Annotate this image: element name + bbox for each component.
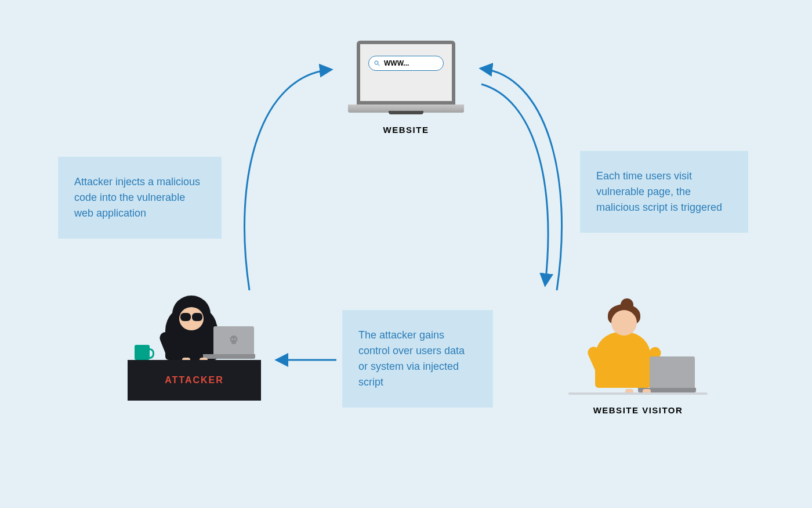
skull-icon <box>227 334 240 347</box>
attacker-illustration: ATTACKER <box>128 293 261 401</box>
arrow-website-to-visitor <box>481 84 548 284</box>
svg-point-0 <box>375 61 378 64</box>
svg-point-5 <box>234 338 236 340</box>
info-text-step2: Each time users visit vulnerable page, t… <box>596 170 722 213</box>
attacker-node: ATTACKER <box>128 293 261 401</box>
search-icon <box>374 60 380 67</box>
visitor-node: WEBSITE VISITOR <box>568 296 708 415</box>
url-bar: WWW... <box>368 56 444 71</box>
svg-point-4 <box>231 338 233 340</box>
arrow-visitor-to-website <box>481 69 562 290</box>
svg-rect-3 <box>231 341 235 344</box>
svg-line-1 <box>378 64 380 66</box>
website-label: WEBSITE <box>342 125 470 135</box>
attacker-label: ATTACKER <box>165 375 224 385</box>
url-text: WWW... <box>384 59 409 67</box>
laptop-icon: WWW... <box>348 41 464 114</box>
info-box-step1: Attacker injects a malicious code into t… <box>58 157 222 239</box>
visitor-label: WEBSITE VISITOR <box>568 405 708 415</box>
visitor-illustration <box>568 296 708 395</box>
info-box-step2: Each time users visit vulnerable page, t… <box>580 151 748 233</box>
website-node: WWW... WEBSITE <box>342 41 470 135</box>
arrow-attacker-to-website <box>244 70 331 290</box>
mug-icon <box>135 345 150 360</box>
attacker-laptop-icon <box>203 326 255 360</box>
info-box-step3: The attacker gains control over users da… <box>342 310 493 408</box>
info-text-step3: The attacker gains control over users da… <box>358 329 465 388</box>
info-text-step1: Attacker injects a malicious code into t… <box>74 176 200 219</box>
visitor-laptop-icon <box>638 356 696 392</box>
